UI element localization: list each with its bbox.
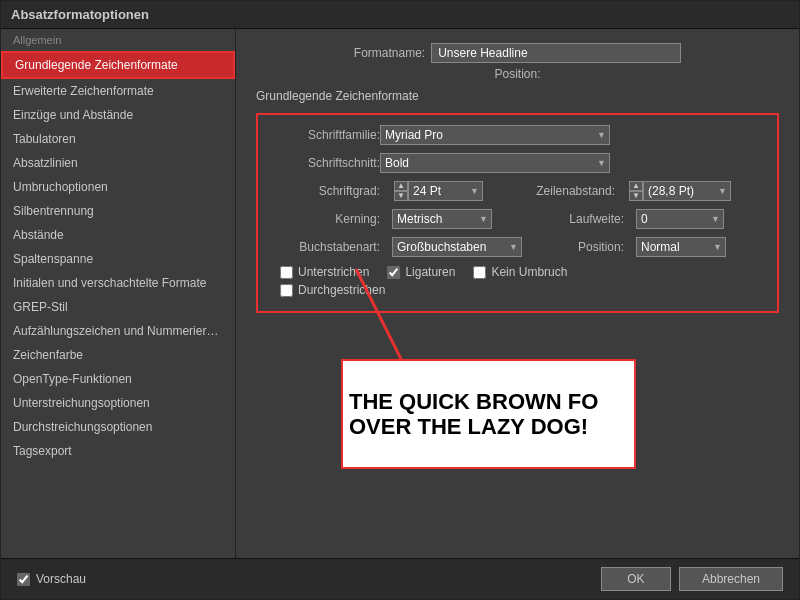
- sidebar-item-tagsexport[interactable]: Tagsexport: [1, 439, 235, 463]
- sidebar-item-durchstreichung[interactable]: Durchstreichungsoptionen: [1, 415, 235, 439]
- kein-umbruch-checkbox[interactable]: [473, 266, 486, 279]
- vorschau-checkbox[interactable]: [17, 573, 30, 586]
- laufweite-select-wrap: 0: [636, 209, 724, 229]
- position-top-label: Position:: [494, 67, 540, 81]
- ligaturen-checkbox[interactable]: [387, 266, 400, 279]
- durchgestrichen-label: Durchgestrichen: [298, 283, 385, 297]
- schriftgrad-label: Schriftgrad:: [270, 184, 380, 198]
- schriftfamilie-select-wrap: Myriad Pro: [380, 125, 610, 145]
- zeilenabstand-select-wrap: (28,8 Pt): [643, 181, 731, 201]
- formatname-input[interactable]: [431, 43, 681, 63]
- schriftgrad-spinner: ▲ ▼ 24 Pt: [392, 181, 483, 201]
- laufweite-select[interactable]: 0: [636, 209, 724, 229]
- schriftfamilie-label: Schriftfamilie:: [270, 128, 380, 142]
- buchstabenart-label: Buchstabenart:: [270, 240, 380, 254]
- schriftgrad-select-wrap: 24 Pt: [408, 181, 483, 201]
- kein-umbruch-label: Kein Umbruch: [491, 265, 567, 279]
- sidebar-item-abstaende[interactable]: Abstände: [1, 223, 235, 247]
- sidebar-item-absatzlinien[interactable]: Absatzlinien: [1, 151, 235, 175]
- kein-umbruch-item[interactable]: Kein Umbruch: [473, 265, 567, 279]
- title-bar: Absatzformatoptionen: [1, 1, 799, 29]
- dialog-window: Absatzformatoptionen AllgemeinGrundlegen…: [0, 0, 800, 600]
- zeilenabstand-up[interactable]: ▲: [629, 181, 643, 191]
- position-center-row: Position:: [256, 67, 779, 81]
- preview-line2: OVER THE LAZY DOG!: [349, 414, 628, 439]
- schriftgrad-spinners: ▲ ▼: [394, 181, 408, 201]
- main-content: Formatname: Position: Grundlegende Zeich…: [236, 29, 799, 558]
- zeilenabstand-spinner: ▲ ▼ (28,8 Pt): [627, 181, 731, 201]
- ligaturen-label: Ligaturen: [405, 265, 455, 279]
- preview-box: THE QUICK BROWN FO OVER THE LAZY DOG!: [341, 359, 636, 469]
- schriftschnitt-select[interactable]: Bold: [380, 153, 610, 173]
- ok-button[interactable]: OK: [601, 567, 671, 591]
- schriftfamilie-row: Schriftfamilie: Myriad Pro: [270, 125, 765, 145]
- vorschau-check[interactable]: Vorschau: [17, 572, 86, 586]
- footer-buttons: OK Abbrechen: [601, 567, 783, 591]
- sidebar-item-initialen[interactable]: Initialen und verschachtelte Formate: [1, 271, 235, 295]
- sidebar-item-opentype[interactable]: OpenType-Funktionen: [1, 367, 235, 391]
- sidebar-item-allgemein[interactable]: Allgemein: [1, 29, 235, 51]
- zeilenabstand-label: Zeilenabstand:: [495, 184, 615, 198]
- cancel-button[interactable]: Abbrechen: [679, 567, 783, 591]
- zeilenabstand-spinners: ▲ ▼: [629, 181, 643, 201]
- buchstabenart-select[interactable]: Großbuchstaben: [392, 237, 522, 257]
- schriftschnitt-row: Schriftschnitt: Bold: [270, 153, 765, 173]
- schriftschnitt-select-wrap: Bold: [380, 153, 610, 173]
- sidebar-scroll[interactable]: AllgemeinGrundlegende ZeichenformateErwe…: [1, 29, 235, 558]
- kerning-row: Kerning: Metrisch Laufweite: 0: [270, 209, 765, 229]
- sidebar-item-grundlegende[interactable]: Grundlegende Zeichenformate: [1, 51, 235, 79]
- schriftgrad-up[interactable]: ▲: [394, 181, 408, 191]
- section-box: Schriftfamilie: Myriad Pro Schriftschnit…: [256, 113, 779, 313]
- durchgestrichen-item[interactable]: Durchgestrichen: [280, 283, 385, 297]
- sidebar-item-unterstreichung[interactable]: Unterstreichungsoptionen: [1, 391, 235, 415]
- checkboxes-row2: Durchgestrichen: [270, 283, 765, 297]
- zeilenabstand-down[interactable]: ▼: [629, 191, 643, 201]
- vorschau-label: Vorschau: [36, 572, 86, 586]
- formatname-row: Formatname:: [256, 43, 779, 63]
- sidebar-item-grep[interactable]: GREP-Stil: [1, 295, 235, 319]
- unterstrichen-item[interactable]: Unterstrichen: [280, 265, 369, 279]
- schriftschnitt-label: Schriftschnitt:: [270, 156, 380, 170]
- sidebar-item-silbentrennung[interactable]: Silbentrennung: [1, 199, 235, 223]
- title-text: Absatzformatoptionen: [11, 7, 149, 22]
- dialog-body: AllgemeinGrundlegende ZeichenformateErwe…: [1, 29, 799, 558]
- checkboxes-row1: Unterstrichen Ligaturen Kein Umbruch: [270, 265, 765, 279]
- formatname-label: Formatname:: [354, 46, 425, 60]
- ligaturen-item[interactable]: Ligaturen: [387, 265, 455, 279]
- section-title: Grundlegende Zeichenformate: [256, 89, 779, 103]
- kerning-select-wrap: Metrisch: [392, 209, 492, 229]
- laufweite-label: Laufweite:: [504, 212, 624, 226]
- kerning-select[interactable]: Metrisch: [392, 209, 492, 229]
- durchgestrichen-checkbox[interactable]: [280, 284, 293, 297]
- schriftgrad-select[interactable]: 24 Pt: [408, 181, 483, 201]
- zeilenabstand-select[interactable]: (28,8 Pt): [643, 181, 731, 201]
- buchstabenart-row: Buchstabenart: Großbuchstaben Position: …: [270, 237, 765, 257]
- preview-line1: THE QUICK BROWN FO: [349, 389, 628, 414]
- unterstrichen-label: Unterstrichen: [298, 265, 369, 279]
- schriftgrad-row: Schriftgrad: ▲ ▼ 24 Pt Zeilenabstand:: [270, 181, 765, 201]
- kerning-label: Kerning:: [270, 212, 380, 226]
- sidebar-item-umbruch[interactable]: Umbruchoptionen: [1, 175, 235, 199]
- sidebar-item-zeichenfarbe[interactable]: Zeichenfarbe: [1, 343, 235, 367]
- sidebar-item-erweiterte[interactable]: Erweiterte Zeichenformate: [1, 79, 235, 103]
- footer: Vorschau OK Abbrechen: [1, 558, 799, 599]
- position-select-wrap: Normal: [636, 237, 726, 257]
- position-field-label: Position:: [534, 240, 624, 254]
- buchstabenart-select-wrap: Großbuchstaben: [392, 237, 522, 257]
- sidebar-item-aufzaehlung[interactable]: Aufzählungszeichen und Nummerierung: [1, 319, 235, 343]
- schriftgrad-down[interactable]: ▼: [394, 191, 408, 201]
- sidebar-item-tabulatoren[interactable]: Tabulatoren: [1, 127, 235, 151]
- unterstrichen-checkbox[interactable]: [280, 266, 293, 279]
- sidebar-item-einzuege[interactable]: Einzüge und Abstände: [1, 103, 235, 127]
- position-select[interactable]: Normal: [636, 237, 726, 257]
- sidebar: AllgemeinGrundlegende ZeichenformateErwe…: [1, 29, 236, 558]
- schriftfamilie-select[interactable]: Myriad Pro: [380, 125, 610, 145]
- sidebar-item-spaltenspanne[interactable]: Spaltenspanne: [1, 247, 235, 271]
